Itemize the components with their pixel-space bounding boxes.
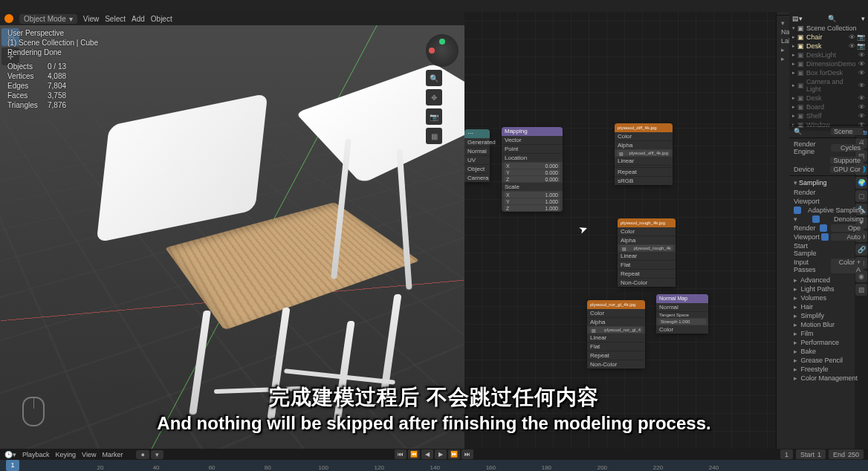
mapping-scale-x[interactable]: X1.000 xyxy=(504,192,560,198)
keyingset-dropdown[interactable]: ▾ xyxy=(151,450,163,459)
props-group[interactable]: ▸ Color Management xyxy=(789,374,855,383)
prev-key-icon[interactable]: ⏪ xyxy=(408,449,420,459)
node-image-rough[interactable]: plywood_rough_4k.jpg Color Alpha ▧plywoo… xyxy=(618,218,676,287)
node-texcoord[interactable]: ⋯ Generated Normal UV Object Camera xyxy=(464,129,490,182)
img-picker[interactable]: ▧plywood_diff_4k.jpg xyxy=(617,150,670,156)
orbit-gizmo[interactable] xyxy=(426,34,459,67)
normal-strength[interactable]: Strength 1.000 xyxy=(658,319,706,325)
node-header[interactable]: Normal Map xyxy=(656,294,708,303)
outliner-item[interactable]: ▸▣DeskLight👁 xyxy=(792,51,855,59)
current-frame[interactable]: 1 xyxy=(780,449,793,459)
mapping-scale-z[interactable]: Z1.000 xyxy=(504,205,560,211)
timeline-icon[interactable]: 🕒▾ xyxy=(4,451,16,458)
viewport-header: Object Mode ▾ View Select Add Object xyxy=(0,12,464,25)
mode-dropdown[interactable]: Object Mode ▾ xyxy=(19,14,77,24)
device-dropdown[interactable]: GPU Cor xyxy=(830,166,855,173)
node-mapping[interactable]: Mapping Vector Point Location X0.000 Y0.… xyxy=(502,127,563,212)
render-engine-section: Render EngineCycles Supporte DeviceGPU C… xyxy=(789,137,855,175)
autokey-toggle[interactable]: ● xyxy=(136,450,149,459)
persp-icon[interactable]: ▦ xyxy=(426,128,442,144)
node-header[interactable]: plywood_rough_4k.jpg xyxy=(618,218,676,227)
viewport-gizmos: 🔍 ✥ 📷 ▦ xyxy=(426,34,459,144)
tick-label: 200 xyxy=(597,464,607,471)
search-icon[interactable]: 🔍 xyxy=(828,15,836,22)
tl-playback[interactable]: Playback xyxy=(22,451,50,458)
next-key-icon[interactable]: ⏩ xyxy=(448,449,460,459)
mapping-loc-y[interactable]: Y0.000 xyxy=(504,169,560,175)
info-render: Rendering Done xyxy=(7,48,98,57)
node-image-diff[interactable]: plywood_diff_4k.jpg Color Alpha ▧plywood… xyxy=(615,123,673,185)
props-group[interactable]: ▸ Bake xyxy=(789,347,855,356)
tl-marker[interactable]: Marker xyxy=(102,451,123,458)
jump-end-icon[interactable]: ⏭ xyxy=(461,449,473,459)
collection-icon: ▣ xyxy=(797,25,804,32)
denoise-check[interactable] xyxy=(812,215,820,223)
play-icon[interactable]: ▶ xyxy=(435,449,447,459)
outliner-item[interactable]: ▸▣Chair👁📷 xyxy=(792,33,855,42)
camera-icon[interactable]: 📷 xyxy=(426,108,442,125)
outliner-item[interactable]: ▸▣DimensionDemo👁 xyxy=(792,59,855,68)
props-group[interactable]: ▸ Simplify xyxy=(789,311,855,320)
viewport-stats: Objects0 / 13 Vertices4,088 Edges7,804 F… xyxy=(7,62,98,110)
playhead[interactable]: 1 xyxy=(6,460,19,471)
tick-label: 240 xyxy=(709,464,719,471)
shader-node-editor[interactable]: ⋯ Generated Normal UV Object Camera Mapp… xyxy=(464,12,776,449)
engine-dropdown[interactable]: Cycles xyxy=(831,144,855,152)
tl-view[interactable]: View xyxy=(82,451,96,458)
mapping-scale-y[interactable]: Y1.000 xyxy=(504,198,560,204)
tick-label: 40 xyxy=(153,464,160,471)
img-picker[interactable]: ▧plywood_nor_gl_4 xyxy=(589,327,643,333)
menu-object[interactable]: Object xyxy=(151,15,172,23)
outliner[interactable]: ▤▾🔍▾ ▾▣Scene Collection ▸▣Chair👁📷▸▣Desk👁… xyxy=(789,12,855,131)
jump-start-icon[interactable]: ⏮ xyxy=(395,449,407,459)
menu-view[interactable]: View xyxy=(83,15,100,23)
props-group[interactable]: ▸ Light Paths xyxy=(789,285,855,293)
adaptive-check[interactable] xyxy=(794,207,801,214)
zoom-icon[interactable]: 🔍 xyxy=(426,70,442,86)
node-header[interactable]: Mapping xyxy=(502,127,563,136)
main-layout: Object Mode ▾ View Select Add Object ▭ ✛ xyxy=(0,12,868,449)
scene-picker[interactable]: Scene xyxy=(831,128,855,135)
node-header[interactable]: ⋯ xyxy=(464,129,490,138)
node-header[interactable]: plywood_diff_4k.jpg xyxy=(615,123,673,132)
props-group[interactable]: ▸ Advanced xyxy=(789,276,855,285)
info-perspective: User Perspective xyxy=(7,28,98,38)
props-group[interactable]: ▸ Motion Blur xyxy=(789,320,855,329)
node-image-normal[interactable]: plywood_nor_gl_4k.jpg Color Alpha ▧plywo… xyxy=(587,300,645,368)
mapping-loc-z[interactable]: Z0.000 xyxy=(504,176,560,182)
play-rev-icon[interactable]: ◀ xyxy=(421,449,433,459)
img-picker[interactable]: ▧plywood_rough_4k xyxy=(620,245,673,251)
menu-add[interactable]: Add xyxy=(132,15,145,23)
menu-select[interactable]: Select xyxy=(105,15,126,23)
outliner-item[interactable]: ▸▣Camera and Light👁 xyxy=(792,77,855,94)
feature-dropdown[interactable]: Supporte xyxy=(830,157,855,164)
props-group[interactable]: ▸ Performance xyxy=(789,338,855,347)
properties-region: ▾Node Name:Mapping Label: ▸☑Color ▸Prope… xyxy=(776,12,868,449)
props-group[interactable]: ▸ Volumes xyxy=(789,293,855,302)
tick-label: 20 xyxy=(97,464,104,471)
outliner-item[interactable]: ▸▣Desk👁 xyxy=(792,94,855,103)
node-normal-map[interactable]: Normal Map Normal Tangent Space Strength… xyxy=(656,294,708,334)
tick-label: 180 xyxy=(542,464,551,471)
frame-start[interactable]: Start1 xyxy=(796,449,826,459)
blender-icon xyxy=(4,14,13,23)
node-header[interactable]: plywood_nor_gl_4k.jpg xyxy=(587,300,645,309)
props-group[interactable]: ▸ Freestyle xyxy=(789,365,855,374)
props-group[interactable]: ▸ Film xyxy=(789,329,855,338)
frame-end[interactable]: End250 xyxy=(829,449,864,459)
3d-viewport[interactable]: Object Mode ▾ View Select Add Object ▭ ✛ xyxy=(0,12,464,449)
outliner-item[interactable]: ▸▣Board👁 xyxy=(792,103,855,111)
mouse-indicator-icon xyxy=(22,397,45,426)
props-group[interactable]: ▸ Grease Pencil xyxy=(789,356,855,365)
tick-label: 120 xyxy=(375,464,384,471)
mapping-loc-x[interactable]: X0.000 xyxy=(504,163,560,169)
timeline[interactable]: 🕒▾ Playback Keying View Marker ● ▾ ⏮ ⏪ ◀… xyxy=(0,449,868,471)
pan-icon[interactable]: ✥ xyxy=(426,89,442,105)
outliner-item[interactable]: ▸▣Desk👁📷 xyxy=(792,42,855,51)
tick-label: 220 xyxy=(653,464,663,471)
tl-keying[interactable]: Keying xyxy=(56,451,77,458)
timeline-track[interactable]: 20406080100120140160180200220240 1 xyxy=(0,460,868,471)
props-group[interactable]: ▸ Hair xyxy=(789,302,855,311)
outliner-item[interactable]: ▸▣Shelf👁 xyxy=(792,111,855,120)
outliner-item[interactable]: ▸▣Box forDesk👁 xyxy=(792,68,855,77)
